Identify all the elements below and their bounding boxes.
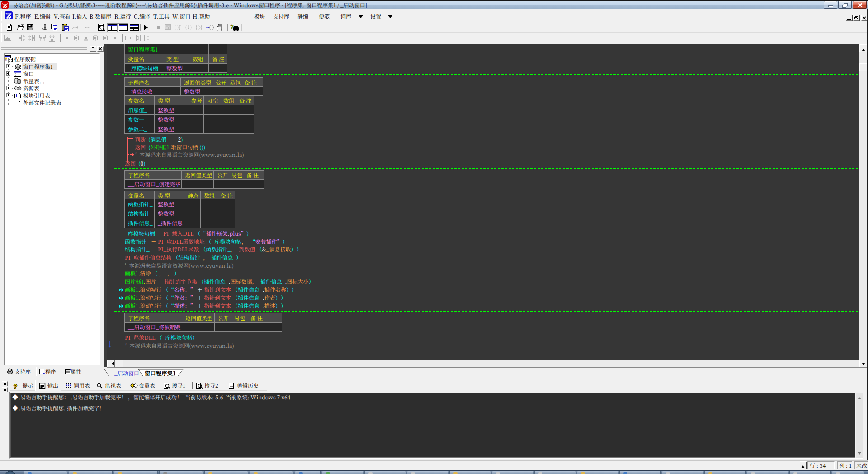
svg-text:?: ? [230,23,234,31]
svg-text:e: e [5,57,7,62]
